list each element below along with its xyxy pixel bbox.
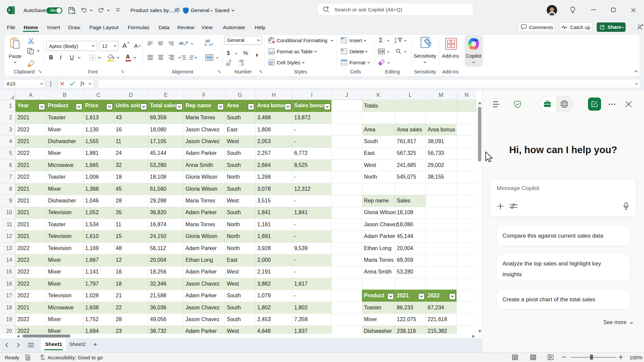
- svg-text:Z: Z: [394, 40, 396, 43]
- svg-text:X: X: [8, 8, 10, 12]
